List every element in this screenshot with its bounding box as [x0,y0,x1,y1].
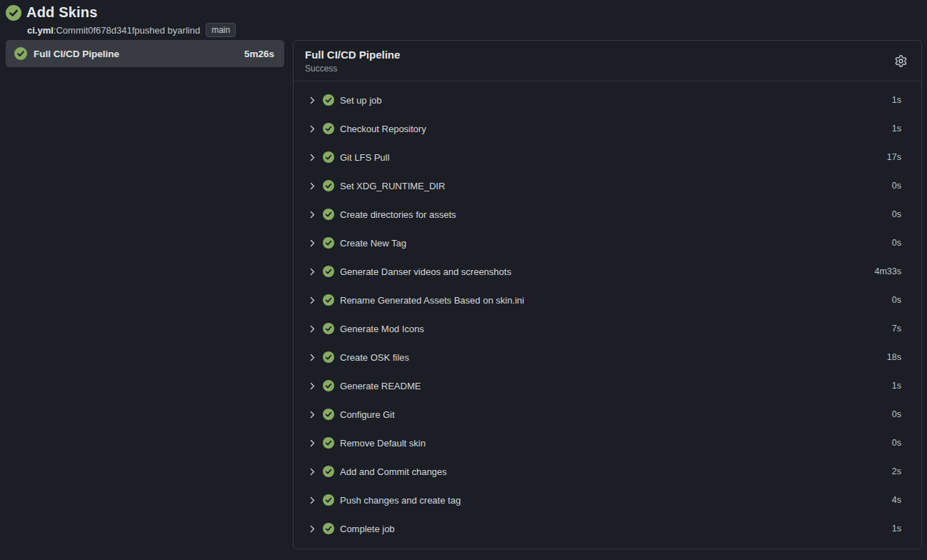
content-area: Full CI/CD Pipeline 5m26s Full CI/CD Pip… [0,37,927,558]
step-duration: 1s [892,524,901,534]
step-name: Generate README [340,381,421,391]
step-duration: 4s [892,495,901,505]
step-name: Git LFS Pull [340,152,389,163]
step-row[interactable]: Git LFS Pull 17s [294,143,921,171]
run-detail-panel: Full CI/CD Pipeline Success [293,40,922,549]
panel-title: Full CI/CD Pipeline [305,49,400,61]
chevron-right-icon [308,439,317,448]
step-name: Complete job [340,524,395,534]
step-name: Remove Default skin [340,438,426,449]
chevron-right-icon [308,124,317,134]
job-duration: 5m26s [244,49,274,59]
check-circle-icon [323,180,334,191]
panel-status-text: Success [305,64,400,74]
step-row[interactable]: Rename Generated Assets Based on skin.in… [294,286,921,314]
check-circle-icon [323,466,334,477]
step-duration: 0s [892,295,901,305]
job-item-full-pipeline[interactable]: Full CI/CD Pipeline 5m26s [6,40,284,67]
jobs-sidebar: Full CI/CD Pipeline 5m26s [6,40,284,67]
step-name: Checkout Repository [340,124,426,134]
step-row[interactable]: Generate Danser videos and screenshots 4… [294,257,921,286]
step-duration: 18s [887,352,901,362]
step-name: Set up job [340,95,382,106]
step-duration: 0s [892,438,901,448]
step-row[interactable]: Configure Git 0s [294,400,921,429]
steps-list: Set up job 1s Checkout Repository 1s [294,81,921,549]
chevron-right-icon [308,524,317,534]
step-duration: 17s [887,152,901,162]
chevron-right-icon [308,210,317,219]
step-name: Add and Commit changes [340,466,447,477]
run-title: Add Skins [26,4,98,21]
step-duration: 7s [892,324,901,334]
chevron-right-icon [308,381,317,391]
step-row[interactable]: Remove Default skin 0s [294,429,921,457]
chevron-right-icon [308,153,317,162]
step-name: Create New Tag [340,238,406,249]
step-row[interactable]: Create OSK files 18s [294,343,921,371]
step-row[interactable]: Add and Commit changes 2s [294,457,921,486]
chevron-right-icon [308,324,317,334]
pushed-by-text: pushed by [134,25,177,36]
step-row[interactable]: Push changes and create tag 4s [294,486,921,514]
step-row[interactable]: Set up job 1s [294,86,921,114]
workflow-file-link[interactable]: ci.yml [27,25,54,36]
step-name: Rename Generated Assets Based on skin.in… [340,295,524,306]
chevron-right-icon [308,296,317,305]
run-header: Add Skins ci.yml: Commit 0f678d341f push… [0,0,927,37]
actions-run-page: Add Skins ci.yml: Commit 0f678d341f push… [0,0,927,558]
commit-label: Commit [56,25,88,36]
panel-header: Full CI/CD Pipeline Success [294,41,921,81]
step-row[interactable]: Generate Mod Icons 7s [294,314,921,343]
step-row[interactable]: Create New Tag 0s [294,229,921,257]
chevron-right-icon [308,239,317,248]
chevron-right-icon [308,267,317,276]
chevron-right-icon [308,410,317,419]
step-duration: 1s [892,95,901,105]
check-circle-icon [323,209,334,220]
check-circle-icon [6,5,21,21]
chevron-right-icon [308,96,317,105]
step-row[interactable]: Checkout Repository 1s [294,114,921,143]
step-duration: 1s [892,124,901,134]
step-duration: 0s [892,181,901,191]
check-circle-icon [323,237,334,249]
step-name: Set XDG_RUNTIME_DIR [340,181,445,191]
job-name: Full CI/CD Pipeline [34,49,119,59]
step-name: Push changes and create tag [340,495,461,506]
step-name: Create directories for assets [340,209,456,220]
check-circle-icon [323,380,334,391]
check-circle-icon [323,494,334,506]
step-duration: 0s [892,209,901,219]
check-circle-icon [323,351,334,363]
branch-badge[interactable]: main [206,23,236,37]
settings-button[interactable] [892,52,910,70]
step-row[interactable]: Set XDG_RUNTIME_DIR 0s [294,171,921,200]
chevron-right-icon [308,467,317,476]
chevron-right-icon [308,496,317,505]
step-name: Generate Danser videos and screenshots [340,266,511,277]
check-circle-icon [323,266,334,277]
check-circle-icon [14,47,27,60]
check-circle-icon [323,409,334,420]
check-circle-icon [323,151,334,163]
check-circle-icon [323,323,334,334]
step-row[interactable]: Generate README 1s [294,371,921,400]
step-duration: 1s [892,381,901,391]
check-circle-icon [323,523,334,534]
commit-hash-link[interactable]: 0f678d341f [88,25,134,36]
check-circle-icon [323,437,334,449]
step-duration: 2s [892,466,901,476]
check-circle-icon [323,94,334,106]
author-link[interactable]: arlind [177,25,200,36]
step-duration: 0s [892,409,901,419]
gear-icon [895,55,907,67]
chevron-right-icon [308,353,317,362]
step-duration: 0s [892,238,901,248]
run-subtitle: ci.yml: Commit 0f678d341f pushed by arli… [27,23,920,37]
step-duration: 4m33s [874,266,901,276]
step-row[interactable]: Complete job 1s [294,514,921,543]
step-name: Configure Git [340,409,395,420]
step-row[interactable]: Create directories for assets 0s [294,200,921,229]
chevron-right-icon [308,181,317,191]
